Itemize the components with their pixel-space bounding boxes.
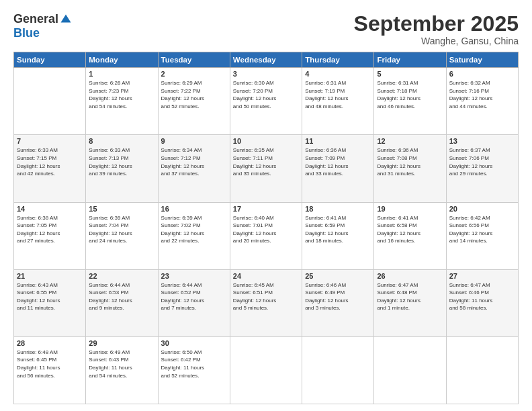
calendar-week-row: 28Sunrise: 6:48 AM Sunset: 6:45 PM Dayli…: [14, 336, 519, 404]
day-number: 9: [161, 137, 227, 145]
day-number: 24: [233, 272, 299, 280]
table-row: [14, 68, 86, 135]
table-row: 8Sunrise: 6:33 AM Sunset: 7:13 PM Daylig…: [86, 135, 158, 202]
table-row: 28Sunrise: 6:48 AM Sunset: 6:45 PM Dayli…: [14, 336, 86, 404]
day-number: 3: [233, 70, 299, 78]
table-row: 1Sunrise: 6:28 AM Sunset: 7:23 PM Daylig…: [86, 68, 158, 135]
day-number: 2: [161, 70, 227, 78]
day-info: Sunrise: 6:30 AM Sunset: 7:20 PM Dayligh…: [233, 79, 299, 110]
svg-marker-0: [61, 14, 71, 22]
table-row: 5Sunrise: 6:31 AM Sunset: 7:18 PM Daylig…: [374, 68, 446, 135]
day-number: 14: [17, 205, 83, 213]
day-number: 18: [305, 205, 371, 213]
page: General Blue September 2025 Wanghe, Gans…: [0, 0, 532, 411]
location: Wanghe, Gansu, China: [354, 36, 519, 46]
table-row: 24Sunrise: 6:45 AM Sunset: 6:51 PM Dayli…: [230, 269, 302, 336]
day-info: Sunrise: 6:47 AM Sunset: 6:48 PM Dayligh…: [377, 281, 443, 312]
calendar-table: Sunday Monday Tuesday Wednesday Thursday…: [13, 52, 519, 404]
day-number: 1: [89, 70, 154, 78]
col-wednesday: Wednesday: [230, 52, 302, 68]
day-number: 10: [233, 137, 299, 145]
calendar-week-row: 14Sunrise: 6:38 AM Sunset: 7:05 PM Dayli…: [14, 202, 519, 269]
day-number: 11: [305, 137, 371, 145]
table-row: 7Sunrise: 6:33 AM Sunset: 7:15 PM Daylig…: [14, 135, 86, 202]
day-info: Sunrise: 6:44 AM Sunset: 6:53 PM Dayligh…: [89, 281, 154, 312]
table-row: 4Sunrise: 6:31 AM Sunset: 7:19 PM Daylig…: [302, 68, 374, 135]
day-info: Sunrise: 6:33 AM Sunset: 7:15 PM Dayligh…: [17, 146, 83, 177]
table-row: 6Sunrise: 6:32 AM Sunset: 7:16 PM Daylig…: [446, 68, 518, 135]
day-number: 7: [17, 137, 83, 145]
day-info: Sunrise: 6:33 AM Sunset: 7:13 PM Dayligh…: [89, 146, 154, 177]
day-info: Sunrise: 6:36 AM Sunset: 7:09 PM Dayligh…: [305, 146, 371, 177]
day-info: Sunrise: 6:46 AM Sunset: 6:49 PM Dayligh…: [305, 281, 371, 312]
table-row: 27Sunrise: 6:47 AM Sunset: 6:46 PM Dayli…: [446, 269, 518, 336]
table-row: 23Sunrise: 6:44 AM Sunset: 6:52 PM Dayli…: [158, 269, 230, 336]
table-row: 20Sunrise: 6:42 AM Sunset: 6:56 PM Dayli…: [446, 202, 518, 269]
day-info: Sunrise: 6:44 AM Sunset: 6:52 PM Dayligh…: [161, 281, 227, 312]
table-row: 18Sunrise: 6:41 AM Sunset: 6:59 PM Dayli…: [302, 202, 374, 269]
day-info: Sunrise: 6:48 AM Sunset: 6:45 PM Dayligh…: [17, 349, 83, 379]
table-row: 29Sunrise: 6:49 AM Sunset: 6:43 PM Dayli…: [86, 336, 158, 404]
table-row: 19Sunrise: 6:41 AM Sunset: 6:58 PM Dayli…: [374, 202, 446, 269]
day-number: 21: [17, 272, 83, 280]
day-number: 15: [89, 205, 154, 213]
day-info: Sunrise: 6:31 AM Sunset: 7:18 PM Dayligh…: [377, 79, 443, 110]
calendar-header-row: Sunday Monday Tuesday Wednesday Thursday…: [14, 52, 519, 68]
day-info: Sunrise: 6:34 AM Sunset: 7:12 PM Dayligh…: [161, 146, 227, 177]
day-number: 20: [449, 205, 515, 213]
table-row: [374, 336, 446, 404]
day-number: 23: [161, 272, 227, 280]
day-info: Sunrise: 6:41 AM Sunset: 6:59 PM Dayligh…: [305, 214, 371, 245]
day-number: 4: [305, 70, 371, 78]
day-info: Sunrise: 6:40 AM Sunset: 7:01 PM Dayligh…: [233, 214, 299, 245]
day-info: Sunrise: 6:43 AM Sunset: 6:55 PM Dayligh…: [17, 281, 83, 312]
table-row: 17Sunrise: 6:40 AM Sunset: 7:01 PM Dayli…: [230, 202, 302, 269]
col-monday: Monday: [86, 52, 158, 68]
table-row: 12Sunrise: 6:36 AM Sunset: 7:08 PM Dayli…: [374, 135, 446, 202]
table-row: [230, 336, 302, 404]
day-number: 8: [89, 137, 154, 145]
day-info: Sunrise: 6:39 AM Sunset: 7:02 PM Dayligh…: [161, 214, 227, 245]
day-info: Sunrise: 6:32 AM Sunset: 7:16 PM Dayligh…: [449, 79, 515, 110]
table-row: 14Sunrise: 6:38 AM Sunset: 7:05 PM Dayli…: [14, 202, 86, 269]
table-row: 22Sunrise: 6:44 AM Sunset: 6:53 PM Dayli…: [86, 269, 158, 336]
day-info: Sunrise: 6:45 AM Sunset: 6:51 PM Dayligh…: [233, 281, 299, 312]
day-number: 12: [377, 137, 443, 145]
table-row: 10Sunrise: 6:35 AM Sunset: 7:11 PM Dayli…: [230, 135, 302, 202]
calendar-week-row: 1Sunrise: 6:28 AM Sunset: 7:23 PM Daylig…: [14, 68, 519, 135]
col-saturday: Saturday: [446, 52, 518, 68]
day-number: 25: [305, 272, 371, 280]
day-info: Sunrise: 6:37 AM Sunset: 7:06 PM Dayligh…: [449, 146, 515, 177]
day-number: 29: [89, 339, 154, 347]
table-row: 15Sunrise: 6:39 AM Sunset: 7:04 PM Dayli…: [86, 202, 158, 269]
day-number: 30: [161, 339, 227, 347]
day-info: Sunrise: 6:36 AM Sunset: 7:08 PM Dayligh…: [377, 146, 443, 177]
table-row: 11Sunrise: 6:36 AM Sunset: 7:09 PM Dayli…: [302, 135, 374, 202]
day-info: Sunrise: 6:47 AM Sunset: 6:46 PM Dayligh…: [449, 281, 515, 312]
day-number: 27: [449, 272, 515, 280]
logo-blue: Blue: [13, 26, 40, 40]
day-number: 19: [377, 205, 443, 213]
logo-general: General: [13, 12, 58, 26]
day-info: Sunrise: 6:28 AM Sunset: 7:23 PM Dayligh…: [89, 79, 154, 110]
logo: General Blue: [13, 12, 72, 40]
day-info: Sunrise: 6:50 AM Sunset: 6:42 PM Dayligh…: [161, 349, 227, 379]
day-info: Sunrise: 6:49 AM Sunset: 6:43 PM Dayligh…: [89, 349, 154, 379]
month-title: September 2025: [354, 12, 519, 36]
day-info: Sunrise: 6:38 AM Sunset: 7:05 PM Dayligh…: [17, 214, 83, 245]
day-number: 17: [233, 205, 299, 213]
day-info: Sunrise: 6:42 AM Sunset: 6:56 PM Dayligh…: [449, 214, 515, 245]
table-row: 25Sunrise: 6:46 AM Sunset: 6:49 PM Dayli…: [302, 269, 374, 336]
day-info: Sunrise: 6:39 AM Sunset: 7:04 PM Dayligh…: [89, 214, 154, 245]
col-friday: Friday: [374, 52, 446, 68]
day-number: 13: [449, 137, 515, 145]
title-block: September 2025 Wanghe, Gansu, China: [354, 12, 519, 46]
day-number: 28: [17, 339, 83, 347]
col-sunday: Sunday: [14, 52, 86, 68]
table-row: 26Sunrise: 6:47 AM Sunset: 6:48 PM Dayli…: [374, 269, 446, 336]
day-number: 5: [377, 70, 443, 78]
calendar-week-row: 21Sunrise: 6:43 AM Sunset: 6:55 PM Dayli…: [14, 269, 519, 336]
table-row: [302, 336, 374, 404]
table-row: [446, 336, 518, 404]
day-number: 16: [161, 205, 227, 213]
